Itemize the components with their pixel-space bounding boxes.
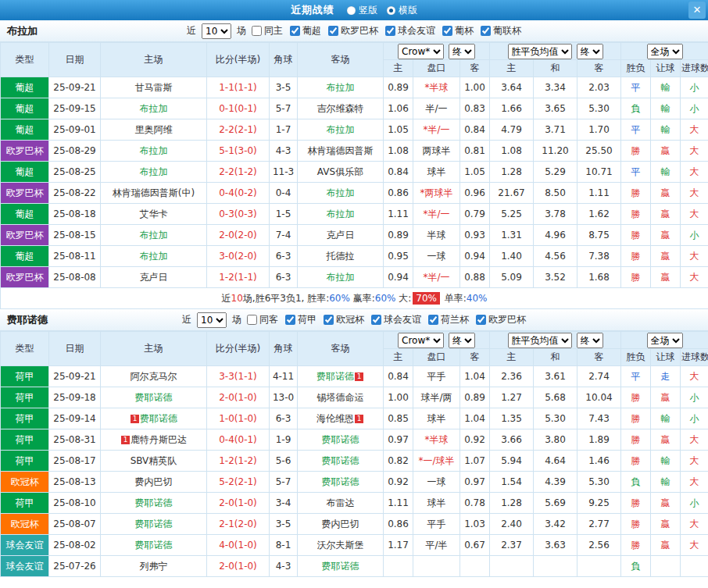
league-filter-checkbox[interactable]: 球会友谊 [371, 313, 421, 326]
checkbox-input[interactable] [328, 26, 338, 36]
close-icon[interactable]: ✕ [688, 2, 706, 19]
league-filter-checkbox[interactable]: 球会友谊 [385, 24, 435, 37]
match-row: 球会友谊25-07-26列弗宁2-0(1-0)4-3费耶诺德負 [1, 556, 708, 577]
summary-cell: 近10场,胜6平3负1, 胜率:60% 赢率:60% 大:70% 单率:40% [1, 288, 708, 309]
match-date: 25-08-11 [49, 246, 101, 267]
home-team-cell: SBV精英队 [101, 451, 207, 472]
asian-handicap: *半/一 [413, 119, 460, 141]
layout-radio-group: 竖版 横版 [347, 4, 417, 17]
checkbox-input[interactable] [324, 315, 334, 325]
league-filter-checkbox[interactable]: 荷甲 [285, 313, 316, 326]
goals-result-flag: 大 [681, 366, 708, 387]
handicap-result-flag: 贏 [651, 429, 681, 451]
score: 2-0(1-0) [207, 493, 270, 514]
euro-draw-odds: 3.63 [534, 535, 577, 556]
result-flag: 勝 [621, 514, 651, 535]
asian-home-odds: 1.06 [384, 98, 413, 119]
asian-home-odds: 0.92 [384, 472, 413, 493]
match-count-select[interactable]: 10 [197, 312, 227, 328]
league-filter-checkbox[interactable]: 同主 [252, 24, 283, 37]
handicap-result-flag: 輸 [651, 77, 681, 98]
home-team-cell: 布拉加 [101, 225, 207, 246]
league-filter-checkbox[interactable]: 欧罗巴杯 [328, 24, 378, 37]
goals-result-flag [681, 556, 708, 577]
league-filter-checkbox[interactable]: 葡超 [290, 24, 321, 37]
league-filter-checkbox[interactable]: 欧冠杯 [324, 313, 364, 326]
bookmaker-select[interactable]: Crow* [398, 44, 444, 59]
euro-mean-select[interactable]: 胜平负均值 [508, 333, 572, 348]
col-header-euro-away: 客 [577, 60, 621, 77]
checkbox-input[interactable] [428, 315, 438, 325]
checkbox-input[interactable] [252, 26, 262, 36]
euro-draw-odds: 8.50 [534, 183, 577, 204]
checkbox-input[interactable] [385, 26, 395, 36]
euro-stage-select[interactable]: 终 [577, 44, 603, 59]
result-flag: 平 [621, 162, 651, 183]
odds-stage-select[interactable]: 终 [449, 333, 475, 348]
league-filter-checkbox[interactable]: 葡杯 [442, 24, 474, 37]
away-team-cell: 布雷达 [298, 493, 384, 514]
checkbox-input[interactable] [247, 315, 257, 325]
euro-home-odds: 2.40 [490, 514, 534, 535]
col-header-away: 客场 [298, 332, 384, 366]
odds-stage-select[interactable]: 终 [449, 44, 475, 59]
home-team-cell: 里奥阿维 [101, 119, 207, 141]
away-team-name: 托德拉 [327, 251, 355, 262]
league-filter-checkbox[interactable]: 葡联杯 [481, 24, 521, 37]
col-header-asian-home: 主 [384, 349, 413, 366]
asian-home-odds: 1.11 [384, 204, 413, 225]
euro-draw-odds: 5.68 [534, 387, 577, 408]
euro-home-odds: 5.94 [490, 451, 534, 472]
euro-draw-odds: 4.96 [534, 225, 577, 246]
euro-away-odds: 8.75 [577, 225, 621, 246]
euro-away-odds: 1.70 [577, 119, 621, 141]
euro-draw-odds: 3.71 [534, 119, 577, 141]
checkbox-input[interactable] [476, 315, 486, 325]
euro-mean-select[interactable]: 胜平负均值 [508, 44, 572, 59]
euro-away-odds: 1.62 [577, 204, 621, 225]
checkbox-input[interactable] [371, 315, 381, 325]
asian-handicap: *半球 [413, 77, 460, 98]
home-team-name: 布拉加 [140, 251, 168, 262]
checkbox-input[interactable] [285, 315, 295, 325]
goals-result-flag: 小 [681, 493, 708, 514]
asian-away-odds: 0.81 [460, 141, 490, 162]
checkbox-input[interactable] [481, 26, 491, 36]
bookmaker-select[interactable]: Crow* [398, 333, 444, 348]
asian-home-odds: 0.86 [384, 514, 413, 535]
home-team-name: 费内巴切 [135, 476, 173, 487]
checkbox-input[interactable] [442, 26, 452, 36]
asian-handicap: 两球半 [413, 141, 460, 162]
euro-stage-select[interactable]: 终 [577, 333, 603, 348]
asian-handicap: 球半 [413, 162, 460, 183]
league-filter-checkbox[interactable]: 欧罗巴杯 [476, 313, 526, 326]
league-filter-checkbox[interactable]: 同客 [247, 313, 278, 326]
away-team-cell: 沃尔夫斯堡 [298, 535, 384, 556]
home-team-cell: 费耶诺德 [101, 387, 207, 408]
league-filter-checkbox[interactable]: 荷兰杯 [428, 313, 469, 326]
euro-home-odds: 5.09 [490, 267, 534, 288]
radio-horizontal-layout[interactable]: 横版 [387, 4, 417, 17]
goals-result-flag: 大 [681, 451, 708, 472]
asian-home-odds: 0.82 [384, 451, 413, 472]
checkbox-input[interactable] [290, 26, 300, 36]
match-scope-select[interactable]: 全场 [647, 333, 683, 348]
asian-home-odds: 0.84 [384, 366, 413, 387]
asian-away-odds: 0.93 [460, 225, 490, 246]
away-team-name: 布拉加 [327, 124, 355, 135]
match-scope-select[interactable]: 全场 [647, 44, 683, 59]
euro-home-odds: 1.28 [490, 493, 534, 514]
handicap-result-flag: 贏 [651, 535, 681, 556]
goals-result-flag: 小 [681, 408, 708, 429]
away-team-name: 费耶诺德 [322, 434, 359, 445]
match-count-select[interactable]: 10 [202, 23, 231, 39]
league-badge: 欧冠杯 [1, 514, 49, 535]
checkbox-label: 荷兰杯 [441, 313, 469, 326]
match-date: 25-09-15 [49, 98, 101, 119]
radio-vertical-layout[interactable]: 竖版 [347, 4, 377, 17]
checkbox-label: 同主 [264, 24, 283, 37]
league-badge: 荷甲 [1, 387, 49, 408]
near-label: 近 [182, 313, 191, 326]
col-header-type: 类型 [1, 332, 49, 366]
score: 1-2(1-2) [207, 451, 270, 472]
